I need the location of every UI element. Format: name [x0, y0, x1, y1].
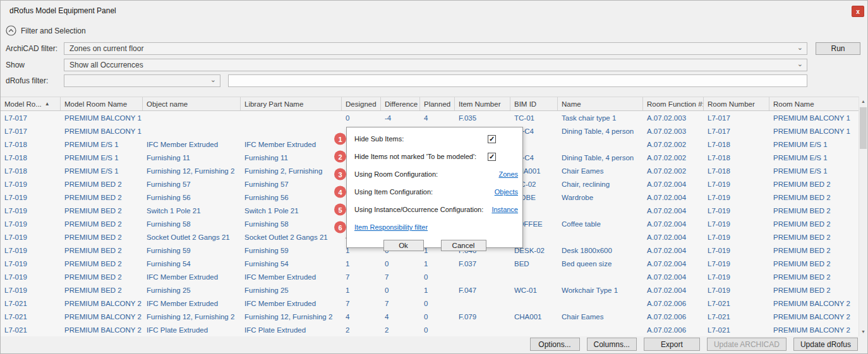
table-cell: L7-018 — [1, 154, 61, 162]
table-cell: Furnishing 59 — [241, 247, 342, 254]
table-cell: Furnishing 12, Furnishing 2 — [241, 313, 342, 321]
column-header-difference[interactable]: Difference — [381, 97, 420, 110]
column-header-room-function[interactable]: Room Function #: — [643, 97, 704, 110]
cancel-button[interactable]: Cancel — [441, 240, 486, 251]
column-header-room-number[interactable]: Room Number — [704, 97, 769, 110]
column-header-label: Library Part Name — [244, 100, 303, 108]
run-button[interactable]: Run — [816, 42, 860, 55]
table-cell: Furnishing 11 — [143, 154, 241, 162]
footer-toolbar: Options...Columns...ExportUpdate ARCHICA… — [1, 335, 867, 353]
item-responsibility-filter-link[interactable]: Item Responsibility filter — [354, 223, 428, 231]
table-cell: PREMIUM BALCONY 2 — [61, 300, 143, 307]
table-cell: L7-019 — [704, 247, 769, 254]
column-header-label: Object name — [147, 100, 188, 108]
update-drofus-button[interactable]: Update dRofus — [793, 338, 858, 351]
column-header-label: Room Number — [708, 100, 755, 108]
table-cell: PREMIUM BED 2 — [769, 220, 860, 228]
table-cell: Coffee table — [558, 220, 643, 228]
table-cell: BED — [510, 260, 558, 268]
objects-link[interactable]: Objects — [495, 188, 518, 196]
filter-section-header[interactable]: Filter and Selection — [6, 25, 86, 36]
scroll-up-button[interactable]: ▲ — [859, 97, 867, 106]
table-cell: PREMIUM E/S 1 — [61, 141, 143, 148]
scrollbar-thumb[interactable] — [860, 107, 867, 149]
table-row[interactable]: L7-021PREMIUM BALCONY 2IFC Member Extrud… — [1, 297, 860, 310]
table-cell: L7-019 — [1, 194, 61, 201]
column-header-designed[interactable]: Designed — [342, 97, 381, 110]
hide-unmarked-items-checkbox[interactable]: ✓ — [488, 153, 496, 161]
update-archicad-button: Update ARCHICAD — [707, 338, 787, 351]
table-row[interactable]: L7-021PREMIUM BALCONY 2Furnishing 12, Fu… — [1, 310, 860, 323]
column-header-library-part-name[interactable]: Library Part Name — [241, 97, 342, 110]
table-cell: IFC Member Extruded — [241, 300, 342, 307]
show-select[interactable]: Show all Occurrences ⌄ — [64, 59, 807, 71]
show-select-value: Show all Occurrences — [69, 61, 143, 69]
hide-sub-items-checkbox[interactable]: ✓ — [488, 135, 496, 143]
dialog-buttons: Ok Cancel — [347, 240, 522, 251]
export-button[interactable]: Export — [644, 338, 700, 351]
table-cell: L7-019 — [704, 286, 769, 294]
table-cell: 1 — [420, 260, 455, 268]
zones-link[interactable]: Zones — [498, 170, 518, 178]
table-cell: F.047 — [455, 286, 510, 294]
table-cell: TC-01 — [510, 114, 558, 122]
table-cell: Task chair type 1 — [558, 114, 643, 122]
table-cell: L7-019 — [1, 180, 61, 188]
table-row[interactable]: L7-017PREMIUM BALCONY 10-44F.035TC-01Tas… — [1, 111, 860, 124]
table-cell: Chair, reclining — [558, 180, 643, 188]
column-header-name[interactable]: Name — [558, 97, 643, 110]
table-cell: PREMIUM BED 2 — [769, 180, 860, 188]
table-cell: A.07.02.004 — [643, 286, 704, 294]
column-header-item-number[interactable]: Item Number — [455, 97, 510, 110]
column-header-model-room-name[interactable]: Model Room Name — [61, 97, 143, 110]
item-configuration-label: Using Item Configuration: — [354, 188, 495, 196]
table-cell: Furnishing 57 — [143, 180, 241, 188]
archicad-filter-select[interactable]: Zones on current floor ⌄ — [64, 42, 807, 55]
instance-link[interactable]: Instance — [491, 206, 518, 213]
column-header-model-ro[interactable]: Model Ro...▲ — [1, 97, 61, 110]
column-header-object-name[interactable]: Object name — [143, 97, 241, 110]
drofus-filter-input[interactable] — [228, 74, 807, 87]
collapse-chevron-icon[interactable] — [6, 25, 16, 36]
table-cell: PREMIUM E/S 1 — [769, 167, 860, 175]
ok-button[interactable]: Ok — [383, 240, 424, 251]
table-cell: A.07.02.002 — [643, 141, 704, 148]
table-cell: PREMIUM BALCONY 1 — [769, 114, 860, 122]
close-icon: x — [856, 8, 860, 15]
table-cell: A.07.02.003 — [643, 127, 704, 135]
title-bar: dRofus Model Equipment Panel x — [1, 1, 867, 20]
table-cell: A.07.02.004 — [643, 194, 704, 201]
table-row[interactable]: L7-019PREMIUM BED 2Furnishing 54Furnishi… — [1, 257, 860, 270]
table-cell: -4 — [381, 114, 420, 122]
table-cell: 7 — [342, 300, 381, 307]
table-row[interactable]: L7-019PREMIUM BED 2IFC Member ExtrudedIF… — [1, 270, 860, 283]
columns-button[interactable]: Columns... — [587, 338, 637, 351]
table-cell: F.035 — [455, 114, 510, 122]
drofus-filter-select[interactable]: ⌄ — [64, 74, 220, 87]
column-header-label: Room Function #: — [647, 100, 704, 108]
table-cell: IFC Member Extruded — [241, 273, 342, 281]
table-cell: PREMIUM BED 2 — [61, 180, 143, 188]
table-cell: L7-019 — [1, 207, 61, 215]
table-row[interactable]: L7-019PREMIUM BED 2Furnishing 25Furnishi… — [1, 283, 860, 297]
table-cell: L7-021 — [1, 313, 61, 321]
column-header-planned[interactable]: Planned — [420, 97, 455, 110]
table-cell: PREMIUM BED 2 — [61, 207, 143, 215]
table-cell: L7-021 — [704, 326, 769, 334]
chevron-down-icon: ⌄ — [210, 76, 216, 84]
column-header-room-name[interactable]: Room Name — [769, 97, 860, 110]
chevron-down-icon: ⌄ — [797, 44, 803, 52]
close-button[interactable]: x — [852, 6, 864, 17]
table-row[interactable]: L7-021PREMIUM BALCONY 2IFC Plate Extrude… — [1, 323, 860, 336]
column-header-label: Name — [562, 100, 581, 108]
drofus-filter-label: dRofus filter: — [6, 74, 48, 87]
column-header-bim-id[interactable]: BIM ID — [510, 97, 558, 110]
column-header-label: BIM ID — [514, 100, 536, 108]
column-header-label: Item Number — [459, 100, 500, 108]
vertical-scrollbar[interactable]: ▲ ▼ — [859, 97, 867, 336]
table-cell: Wardrobe — [558, 194, 643, 201]
table-cell: L7-021 — [1, 300, 61, 307]
table-cell: F.079 — [455, 313, 510, 321]
table-cell: Furnishing 54 — [143, 260, 241, 268]
options-button[interactable]: Options... — [530, 338, 580, 351]
